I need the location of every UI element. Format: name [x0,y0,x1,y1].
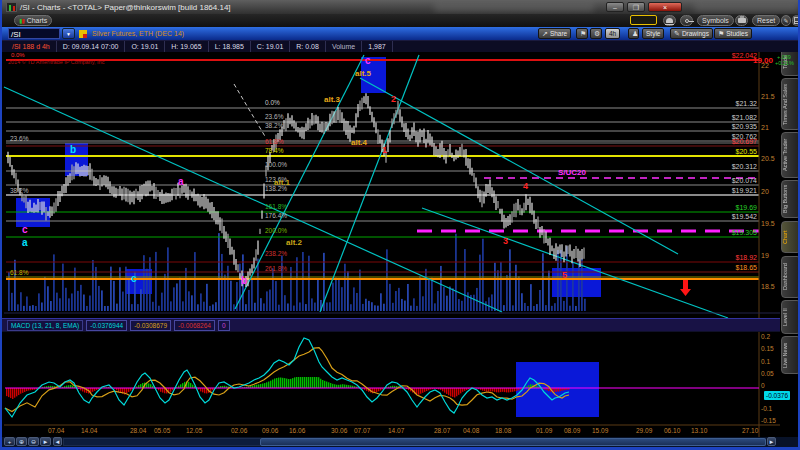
right-tab-level-ii[interactable]: Level II [781,300,800,334]
time-axis-tick: 15.09 [592,428,608,435]
time-axis-tick: 14.07 [388,428,404,435]
macd-value: -0.0068264 [174,320,215,331]
fib-extension-label: 261.8% [265,266,287,273]
studies-button[interactable]: ⚑ Studies [714,28,752,39]
share-button-label: Share [550,30,567,37]
time-axis-tick: 05.05 [154,428,170,435]
fib-extension-label: 176.4% [265,213,287,220]
elliott-wave-label: alt.2 [286,239,302,247]
symbol-input[interactable]: /SI [8,28,60,39]
minimize-button[interactable]: – [606,2,624,12]
share-button[interactable]: ↗ Share [538,28,571,39]
chart-canvas[interactable] [2,0,800,450]
macd-value: -0.0308679 [130,320,171,331]
instrument-icon [79,30,87,38]
time-axis-tick: 07.04 [48,428,64,435]
reset-button[interactable]: Reset [752,15,780,26]
drawings-button-label: Drawings [682,30,709,37]
right-tab-active-trader[interactable]: Active Trader [781,132,800,178]
scroll-right-button[interactable]: ► [767,437,776,446]
price-axis-tick: 20 [761,188,769,195]
pencil-icon[interactable]: ✎ [781,15,791,26]
fib-retracement-label: 23.6% [10,136,28,143]
right-tab-live-news[interactable]: Live News [781,336,800,374]
price-level-label: $20.935 [700,123,757,130]
price-axis-tick: 21 [761,124,769,131]
thinkorswim-window: /SI - Charts - <TOTAL> Paper@thinkorswim… [0,0,800,450]
scroll-left-button[interactable]: ◄ [53,437,62,446]
price-level-label: $20.074 [700,177,757,184]
macd-title[interactable]: MACD (13, 21, 8, EMA) [7,320,83,331]
time-axis-tick: 27.10 [742,428,758,435]
fib-extension-label: 38.2% [265,123,283,130]
price-level-label: $22.042 [700,52,757,59]
elliott-wave-label: 2 [391,95,396,104]
time-axis-tick: 30.06 [331,428,347,435]
macd-line [5,338,569,417]
print-icon[interactable] [735,15,748,26]
timeframe-button[interactable]: 4h [605,28,620,39]
right-tab-big-buttons[interactable]: Big Buttons [781,180,800,218]
time-axis-tick: 04.08 [463,428,479,435]
flag-icon[interactable]: ⚑ [576,28,588,39]
time-axis-tick: 28.07 [434,428,450,435]
price-axis-tick: 19.5 [761,220,775,227]
elliott-wave-label: alt.4 [351,139,367,147]
ohlc-cell: D: 09.09.14 07:00 [57,41,126,52]
chart-scrollbar: + ⊕ ⊖ ► ◄ ► ◀▶ [2,437,798,447]
symbol-dropdown-icon[interactable]: ▼ [62,28,75,39]
pattern-icon[interactable]: ♟ [628,28,639,39]
ohlc-cell: H: 19.065 [165,41,208,52]
symbols-button[interactable]: Symbols [697,15,734,26]
trendline[interactable] [320,55,419,312]
fib-extension-label: 61.8% [265,139,283,146]
elliott-wave-label: a [178,177,184,187]
elliott-wave-label: alt.1 [274,179,290,187]
price-axis-tick: 20.5 [761,155,775,162]
maximize-button[interactable]: ❐ [627,2,645,12]
title-bar: /SI - Charts - <TOTAL> Paper@thinkorswim… [2,0,798,14]
price-level-label: $19.921 [700,187,757,194]
drawings-button[interactable]: ✎ Drawings [670,28,713,39]
zoom-in-button[interactable]: ⊕ [16,437,27,446]
right-tab-times-and-sales[interactable]: Times And Sales [781,78,800,130]
alerts-bell-icon[interactable] [663,15,676,26]
zoom-out-button[interactable]: ⊖ [28,437,39,446]
macd-axis-tick: -0.15 [761,418,776,425]
drawings-pencil-icon: ✎ [674,30,680,38]
right-tab-chart[interactable]: Chart [781,221,800,253]
style-button[interactable]: Style [642,28,664,39]
elliott-wave-label: c [365,56,371,66]
down-arrow-marker[interactable] [680,280,691,296]
elliott-wave-label: c [131,274,137,284]
fib-retracement-label: 38.2% [10,188,28,195]
fib-retracement-label: 61.8% [10,270,28,277]
highlight-box[interactable] [126,269,152,294]
right-tab-dashboard[interactable]: Dashboard [781,256,800,298]
elliott-wave-label: alt.5 [355,70,371,78]
ohlc-cell: R: 0.08 [290,41,326,52]
trendline[interactable] [360,78,678,254]
close-button[interactable]: × [648,2,682,12]
ohlc-data-row: /SI 188 d 4hD: 09.09.14 07:00O: 19.01H: … [2,40,798,52]
price-axis-tick: 19 [761,252,769,259]
pan-tool-button[interactable]: + [4,437,15,446]
layout-grid-icon[interactable] [792,15,800,26]
price-level-label: $21.32 [700,100,757,107]
time-axis-tick: 29.09 [636,428,652,435]
time-axis-tick: 06.10 [664,428,680,435]
charts-tab[interactable]: ▮ ▮ Charts [14,15,52,26]
app-logo-icon [6,2,17,12]
price-change-pct: +0.21% [775,61,794,67]
elliott-wave-label: 1 [382,146,387,155]
cursor-tool-button[interactable]: ► [40,437,51,446]
elliott-wave-label: b [241,276,247,286]
charts-tab-label: Charts [27,17,48,24]
time-axis-tick: 16.06 [289,428,305,435]
copyright-text: 2014 © TD Ameritrade IP Company, Inc [8,60,104,66]
key-icon[interactable] [680,15,693,26]
scrollbar-thumb[interactable] [260,438,766,446]
wrench-icon[interactable]: ⚙ [590,28,602,39]
time-axis-tick: 01.09 [536,428,552,435]
highlighted-toolbar-slot[interactable] [630,15,657,25]
